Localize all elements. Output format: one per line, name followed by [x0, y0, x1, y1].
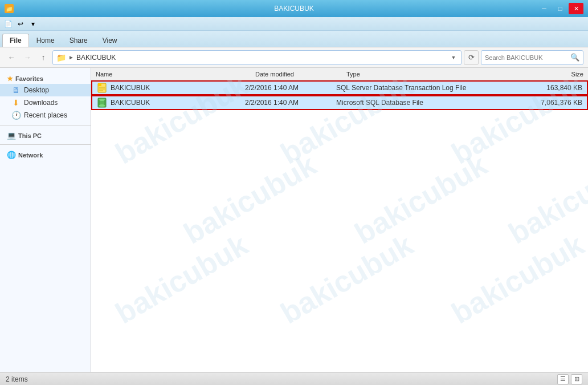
maximize-button[interactable]: □: [553, 3, 567, 14]
col-header-name[interactable]: Name: [96, 71, 255, 78]
address-text: BAKICUBUK: [76, 54, 447, 62]
favorites-icon: ★: [7, 75, 13, 83]
tab-share[interactable]: Share: [62, 34, 95, 47]
minimize-button[interactable]: ─: [537, 3, 552, 14]
cell-size-1: 163,840 KB: [520, 84, 582, 92]
col-header-size[interactable]: Size: [521, 71, 583, 78]
sidebar-divider-2: [0, 144, 91, 145]
up-button[interactable]: ↑: [36, 51, 50, 64]
svg-point-6: [99, 99, 105, 101]
back-button[interactable]: ←: [5, 51, 18, 64]
refresh-button[interactable]: ⟳: [464, 50, 479, 65]
sidebar-item-label-recent: Recent places: [24, 111, 67, 119]
address-bar[interactable]: 📁 ► BAKICUBUK ▼: [52, 50, 462, 65]
title-bar-left: 📁: [5, 4, 14, 13]
col-header-date-text: Date modified: [255, 71, 294, 78]
col-header-type-text: Type: [346, 71, 360, 78]
favorites-section: ★ Favorites: [0, 72, 91, 84]
ribbon-tabs: File Home Share View: [0, 31, 588, 47]
view-tiles-button[interactable]: ⊞: [571, 374, 582, 384]
file-name-2: BAKICUBUK: [111, 99, 150, 107]
tab-file[interactable]: File: [2, 34, 29, 47]
col-header-size-text: Size: [571, 71, 583, 78]
status-item-count: 2 items: [6, 375, 28, 383]
view-details-button[interactable]: ☰: [557, 374, 569, 384]
sidebar-item-label-downloads: Downloads: [24, 99, 58, 107]
window-icon: 📁: [5, 4, 14, 13]
sidebar: ★ Favorites 🖥 Desktop ⬇ Downloads 🕐 Rece…: [0, 68, 91, 372]
recent-icon: 🕐: [11, 111, 21, 120]
svg-rect-1: [98, 83, 101, 86]
downloads-icon: ⬇: [11, 98, 21, 107]
cell-size-2: 7,061,376 KB: [520, 99, 582, 107]
sidebar-divider-1: [0, 125, 91, 125]
sidebar-item-recent[interactable]: 🕐 Recent places: [0, 109, 91, 121]
watermark-6: bakicubuk: [503, 148, 588, 251]
title-bar-controls: ─ □ ✕: [537, 3, 583, 14]
file-icon-2: [97, 98, 107, 108]
status-view-controls: ☰ ⊞: [557, 374, 582, 384]
cell-date-2: 2/2/2016 1:40 AM: [245, 99, 336, 107]
favorites-label: Favorites: [15, 75, 43, 82]
thispc-icon: 💻: [7, 131, 16, 140]
watermark-5: bakicubuk: [349, 148, 493, 251]
status-bar: 2 items ☰ ⊞: [0, 372, 588, 385]
tab-home[interactable]: Home: [29, 34, 62, 47]
file-name-1: BAKICUBUK: [111, 84, 150, 92]
file-list-header: Name Date modified Type Size: [91, 68, 588, 80]
address-dropdown-icon[interactable]: ▼: [450, 54, 458, 62]
sidebar-item-desktop[interactable]: 🖥 Desktop: [0, 84, 91, 96]
ribbon: File Home Share View: [0, 31, 588, 47]
cell-date-1: 2/2/2016 1:40 AM: [245, 84, 336, 92]
network-section: 🌐 Network: [0, 148, 91, 160]
title-bar: 📁 BAKICUBUK ─ □ ✕: [0, 0, 588, 17]
network-label: Network: [18, 152, 43, 159]
sidebar-item-downloads[interactable]: ⬇ Downloads: [0, 96, 91, 109]
watermark-7: bakicubuk: [109, 228, 254, 331]
network-section-icon: 🌐: [7, 151, 16, 159]
address-chevron: ►: [68, 54, 74, 60]
watermark-9: bakicubuk: [446, 228, 588, 331]
watermark-8: bakicubuk: [275, 228, 419, 331]
col-header-date[interactable]: Date modified: [255, 71, 346, 78]
window-title: BAKICUBUK: [274, 5, 313, 13]
cell-type-2: Microsoft SQL Database File: [336, 99, 520, 107]
cell-name-1: BAKICUBUK: [97, 83, 245, 93]
qat-dropdown-icon[interactable]: ▾: [27, 19, 39, 29]
table-row[interactable]: BAKICUBUK 2/2/2016 1:40 AM SQL Server Da…: [91, 80, 588, 95]
file-icon-1: [97, 83, 107, 93]
cell-type-1: SQL Server Database Transaction Log File: [336, 84, 520, 92]
svg-point-9: [99, 104, 105, 107]
search-icon[interactable]: 🔍: [570, 53, 579, 62]
search-bar[interactable]: 🔍: [481, 50, 583, 65]
tab-view[interactable]: View: [95, 34, 125, 47]
main-area: ★ Favorites 🖥 Desktop ⬇ Downloads 🕐 Rece…: [0, 68, 588, 372]
col-header-type[interactable]: Type: [346, 71, 521, 78]
desktop-icon: 🖥: [11, 86, 21, 95]
navigation-bar: ← → ↑ 📁 ► BAKICUBUK ▼ ⟳ 🔍: [0, 47, 588, 68]
thispc-label: This PC: [18, 132, 42, 139]
watermark-4: bakicubuk: [178, 148, 322, 251]
sidebar-item-label-desktop: Desktop: [24, 86, 49, 94]
quick-access-toolbar: 📄 ↩ ▾: [0, 17, 588, 31]
close-button[interactable]: ✕: [569, 3, 583, 14]
table-row[interactable]: BAKICUBUK 2/2/2016 1:40 AM Microsoft SQL…: [91, 95, 588, 110]
qat-new-icon[interactable]: 📄: [2, 19, 14, 29]
thispc-section: 💻 This PC: [0, 129, 91, 141]
address-folder-icon: 📁: [56, 53, 66, 62]
search-input[interactable]: [485, 54, 568, 61]
qat-undo-icon[interactable]: ↩: [15, 19, 26, 29]
file-area: bakicubuk bakicubuk bakicubuk bakicubuk …: [91, 68, 588, 372]
forward-button[interactable]: →: [21, 51, 34, 64]
cell-name-2: BAKICUBUK: [97, 98, 245, 108]
